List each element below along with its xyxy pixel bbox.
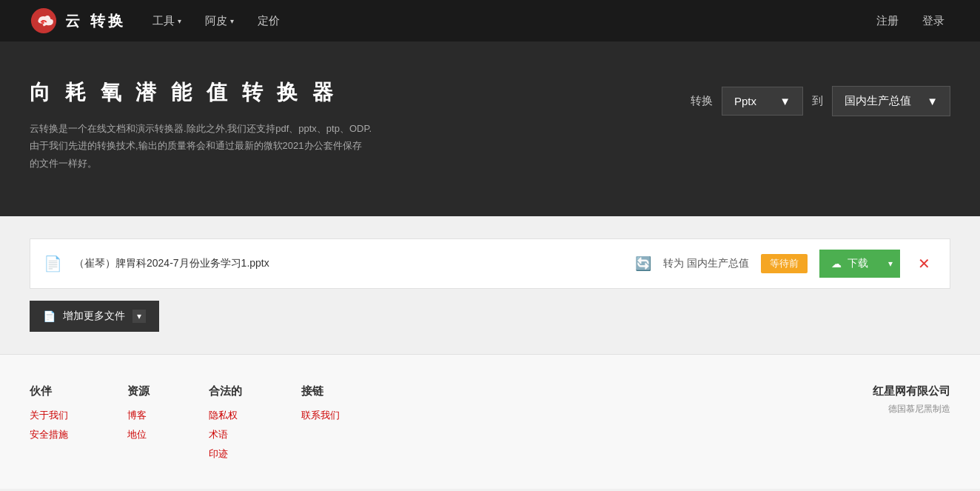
login-button[interactable]: 登录 <box>916 10 950 33</box>
from-format-chevron: ▼ <box>779 95 791 107</box>
add-files-button[interactable]: 📄 增加更多文件 ▾ <box>30 301 159 332</box>
from-format-value: Pptx <box>734 95 756 107</box>
from-format-select[interactable]: Pptx ▼ <box>722 87 803 116</box>
hero-title: 向 耗 氧 潜 能 值 转 换 器 <box>30 79 372 107</box>
footer: 伙伴 关于我们 安全措施 资源 博客 地位 合法的 隐私权 术语 印迹 接链 联… <box>0 354 980 489</box>
footer-col-legal: 合法的 隐私权 术语 印迹 <box>209 384 242 467</box>
file-row: 📄 （崔琴）脾胃科2024-7月份业务学习1.pptx 🔄 转为 国内生产总值 … <box>30 238 950 289</box>
download-button[interactable]: ☁ 下载 ▾ <box>819 250 900 278</box>
add-files-chevron-icon: ▾ <box>132 310 146 323</box>
convert-to-text: 转为 国内生产总值 <box>663 257 749 270</box>
logo-area: 云 转换 <box>30 7 126 35</box>
nav-api[interactable]: 阿皮 ▾ <box>196 10 243 33</box>
file-name: （崔琴）脾胃科2024-7月份业务学习1.pptx <box>74 257 623 270</box>
hero-description: 云转换是一个在线文档和演示转换器.除此之外,我们还支持pdf、pptx、ptp、… <box>30 120 372 172</box>
footer-link-security[interactable]: 安全措施 <box>30 428 68 441</box>
nav-tools[interactable]: 工具 ▾ <box>144 10 190 33</box>
header-left: 云 转换 工具 ▾ 阿皮 ▾ 定价 <box>30 7 289 35</box>
hero-section: 向 耗 氧 潜 能 值 转 换 器 云转换是一个在线文档和演示转换器.除此之外,… <box>0 41 980 216</box>
logo-text: 云 转换 <box>65 11 126 31</box>
footer-col-partner: 伙伴 关于我们 安全措施 <box>30 384 68 467</box>
nav-pricing-label: 定价 <box>258 14 280 28</box>
footer-brand-name: 红星网有限公司 <box>873 384 950 398</box>
footer-heading-partner: 伙伴 <box>30 384 68 398</box>
footer-link-status[interactable]: 地位 <box>127 428 150 441</box>
footer-brand: 红星网有限公司 德国慕尼黑制造 <box>873 384 950 467</box>
footer-link-about[interactable]: 关于我们 <box>30 409 68 422</box>
download-chevron-icon[interactable]: ▾ <box>881 258 900 269</box>
download-label: 下载 <box>848 257 868 270</box>
to-format-select[interactable]: 国内生产总值 ▼ <box>832 86 950 116</box>
footer-col-contact: 接链 联系我们 <box>301 384 340 467</box>
nav-api-chevron: ▾ <box>230 17 234 25</box>
to-format-chevron: ▼ <box>927 95 938 107</box>
footer-link-terms[interactable]: 术语 <box>209 428 242 441</box>
footer-heading-legal: 合法的 <box>209 384 242 398</box>
status-badge: 等待前 <box>761 254 808 273</box>
footer-link-imprint[interactable]: 印迹 <box>209 447 242 461</box>
logo-icon <box>30 7 58 35</box>
footer-link-privacy[interactable]: 隐私权 <box>209 409 242 422</box>
nav-pricing[interactable]: 定价 <box>249 10 289 33</box>
nav-tools-label: 工具 <box>152 14 175 28</box>
header-right: 注册 登录 <box>870 10 950 33</box>
refresh-icon[interactable]: 🔄 <box>635 255 651 272</box>
footer-link-blog[interactable]: 博客 <box>127 409 150 422</box>
header: 云 转换 工具 ▾ 阿皮 ▾ 定价 注册 登录 <box>0 0 980 41</box>
main-content: 📄 （崔琴）脾胃科2024-7月份业务学习1.pptx 🔄 转为 国内生产总值 … <box>0 216 980 354</box>
footer-col-resources: 资源 博客 地位 <box>127 384 150 467</box>
to-format-value: 国内生产总值 <box>845 94 911 108</box>
hero-converter: 转换 Pptx ▼ 到 国内生产总值 ▼ <box>691 86 950 116</box>
add-files-icon: 📄 <box>43 310 56 322</box>
file-doc-icon: 📄 <box>44 255 62 273</box>
footer-brand-sub: 德国慕尼黑制造 <box>873 403 950 415</box>
download-main: ☁ 下载 <box>819 257 880 270</box>
nav-api-label: 阿皮 <box>205 14 227 28</box>
footer-heading-contact: 接链 <box>301 384 340 398</box>
to-label: 到 <box>812 94 823 108</box>
convert-label: 转换 <box>691 94 713 108</box>
footer-link-contact-us[interactable]: 联系我们 <box>301 409 340 422</box>
register-button[interactable]: 注册 <box>870 10 905 33</box>
add-files-label: 增加更多文件 <box>63 310 125 323</box>
nav-menu: 工具 ▾ 阿皮 ▾ 定价 <box>144 10 289 33</box>
footer-heading-resources: 资源 <box>127 384 150 398</box>
download-cloud-icon: ☁ <box>831 258 842 270</box>
hero-content: 向 耗 氧 潜 能 值 转 换 器 云转换是一个在线文档和演示转换器.除此之外,… <box>30 79 372 172</box>
nav-tools-chevron: ▾ <box>178 17 181 25</box>
delete-button[interactable]: ✕ <box>912 255 936 273</box>
